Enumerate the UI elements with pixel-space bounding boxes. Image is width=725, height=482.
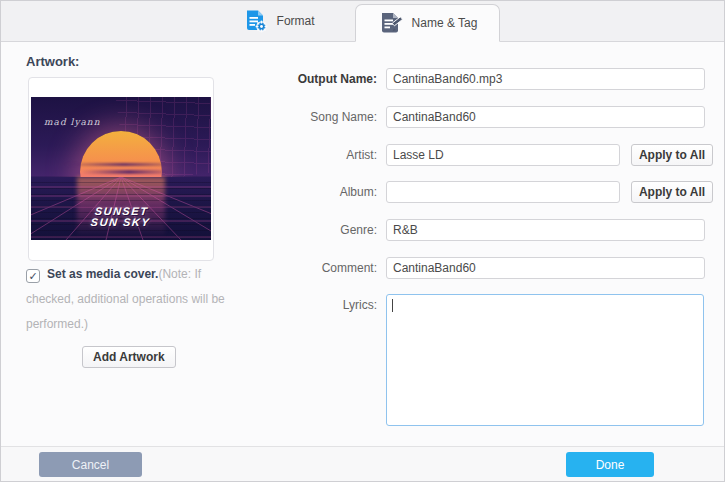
- field-row-output-name: Output Name:: [1, 68, 724, 90]
- done-button[interactable]: Done: [566, 452, 654, 477]
- song-name-label: Song Name:: [227, 106, 377, 128]
- artwork-section-label: Artwork:: [26, 54, 79, 69]
- genre-input[interactable]: [386, 219, 705, 241]
- field-row-genre: Genre:: [1, 219, 724, 241]
- field-row-album: Album: Apply to All: [1, 181, 724, 203]
- field-row-comment: Comment:: [1, 257, 724, 279]
- name-tag-document-pencil-icon: [378, 11, 404, 35]
- output-name-input[interactable]: [386, 68, 705, 90]
- comment-label: Comment:: [227, 257, 377, 279]
- tab-bar: Format Name & Tag: [1, 1, 724, 42]
- tab-name-and-tag[interactable]: Name & Tag: [355, 4, 501, 42]
- genre-label: Genre:: [227, 219, 377, 241]
- album-label: Album:: [227, 181, 377, 203]
- dialog-footer: Cancel Done: [1, 446, 724, 481]
- song-name-input[interactable]: [386, 106, 705, 128]
- tab-name-and-tag-label: Name & Tag: [412, 16, 478, 30]
- apply-to-all-artist-button[interactable]: Apply to All: [631, 144, 713, 166]
- name-tag-dialog: Format Name & Tag Artwork:: [0, 0, 725, 482]
- cancel-button[interactable]: Cancel: [39, 452, 142, 477]
- add-artwork-button[interactable]: Add Artwork: [82, 346, 176, 368]
- artist-input[interactable]: [386, 144, 620, 166]
- field-row-artist: Artist: Apply to All: [1, 144, 724, 166]
- dialog-content: Artwork:: [1, 42, 724, 446]
- lyrics-label: Lyrics:: [227, 294, 377, 316]
- comment-input[interactable]: [386, 257, 705, 279]
- tab-format[interactable]: Format: [225, 0, 333, 41]
- field-row-song-name: Song Name:: [1, 106, 724, 128]
- format-document-gear-icon: [243, 9, 269, 33]
- lyrics-textarea[interactable]: [386, 294, 704, 426]
- cloud-streak: [81, 170, 177, 174]
- album-input[interactable]: [386, 181, 620, 203]
- output-name-label: Output Name:: [227, 68, 377, 90]
- text-cursor: [392, 299, 393, 312]
- apply-to-all-album-button[interactable]: Apply to All: [631, 181, 713, 203]
- tab-format-label: Format: [277, 14, 315, 28]
- artist-label: Artist:: [227, 144, 377, 166]
